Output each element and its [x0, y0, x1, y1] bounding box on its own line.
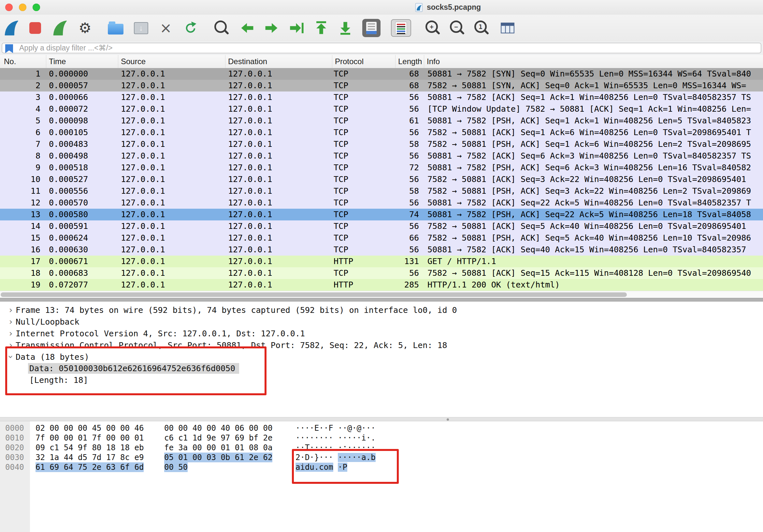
go-back-button[interactable]: [238, 19, 257, 37]
hex-row[interactable]: 000002 00 00 00 45 00 00 4600 00 40 00 4…: [0, 423, 763, 433]
traffic-light-zoom[interactable]: [33, 4, 40, 11]
packet-src: 127.0.0.1: [118, 185, 225, 197]
packet-row-3[interactable]: 30.000066127.0.0.1127.0.0.1TCP5650881 → …: [0, 91, 763, 103]
packet-row-7[interactable]: 70.000483127.0.0.1127.0.0.1TCP587582 → 5…: [0, 138, 763, 150]
go-forward-button[interactable]: [262, 19, 280, 37]
packet-dst: 127.0.0.1: [225, 256, 332, 267]
packet-row-4[interactable]: 40.000072127.0.0.1127.0.0.1TCP56[TCP Win…: [0, 103, 763, 115]
open-file-button[interactable]: [107, 19, 125, 37]
detail-line[interactable]: Data: 050100030b612e62616964752e636f6d00…: [0, 363, 763, 374]
hex-ascii[interactable]: ·P: [338, 463, 347, 472]
column-header-length[interactable]: Length: [395, 55, 424, 68]
disclosure-chevron[interactable]: ›: [6, 316, 16, 327]
capture-start-button[interactable]: [2, 19, 20, 37]
packet-row-17[interactable]: 170.000671127.0.0.1127.0.0.1HTTP131GET /…: [0, 256, 763, 267]
hex-ascii[interactable]: ·····a.b: [338, 453, 376, 462]
hex-ascii[interactable]: ··@·@···: [338, 424, 376, 433]
pane-splitter-top[interactable]: [0, 298, 763, 302]
detail-line[interactable]: [Length: 18]: [0, 374, 763, 386]
hex-ascii[interactable]: 2·D·}···: [295, 453, 333, 462]
hex-ascii[interactable]: ········: [295, 433, 333, 442]
pane-splitter-bottom[interactable]: [0, 417, 763, 421]
hex-row[interactable]: 003032 1a 44 d5 7d 17 8c e905 01 00 03 0…: [0, 453, 763, 462]
detail-line[interactable]: ›Frame 13: 74 bytes on wire (592 bits), …: [0, 304, 763, 316]
column-header-destination[interactable]: Destination: [225, 55, 332, 68]
packet-no: 18: [0, 267, 46, 279]
packet-row-16[interactable]: 160.000630127.0.0.1127.0.0.1TCP5650881 →…: [0, 244, 763, 256]
hex-ascii[interactable]: ·:······: [338, 443, 376, 452]
hex-bytes[interactable]: 02 00 00 00 45 00 00 46: [36, 423, 144, 433]
go-to-packet-button[interactable]: [288, 19, 306, 37]
hex-ascii-block: ····E··F ··@·@···: [295, 423, 376, 433]
hex-row[interactable]: 002009 c1 54 9f 80 18 18 ebfe 3a 00 00 0…: [0, 443, 763, 453]
capture-stop-button[interactable]: [26, 19, 44, 37]
resize-columns-button[interactable]: [498, 19, 517, 37]
hex-row[interactable]: 004061 69 64 75 2e 63 6f 6d00 50aidu.com…: [0, 462, 763, 472]
packet-row-9[interactable]: 90.000518127.0.0.1127.0.0.1TCP7250881 → …: [0, 162, 763, 174]
hex-bytes[interactable]: 00 00 40 00 40 06 00 00: [164, 423, 272, 433]
packet-row-14[interactable]: 140.000591127.0.0.1127.0.0.1TCP567582 → …: [0, 221, 763, 232]
column-header-protocol[interactable]: Protocol: [332, 55, 395, 68]
close-file-button[interactable]: ×: [157, 19, 175, 37]
disclosure-chevron[interactable]: ›: [6, 339, 16, 351]
save-file-button[interactable]: ↓: [132, 19, 150, 37]
detail-line[interactable]: ›Internet Protocol Version 4, Src: 127.0…: [0, 327, 763, 339]
hex-ascii[interactable]: aidu.com: [295, 463, 333, 472]
hex-bytes[interactable]: 61 69 64 75 2e 63 6f 6d: [36, 462, 144, 472]
horizontal-scrollbar[interactable]: [0, 291, 763, 298]
detail-line[interactable]: ›Transmission Control Protocol, Src Port…: [0, 339, 763, 351]
hex-bytes[interactable]: 32 1a 44 d5 7d 17 8c e9: [36, 453, 144, 462]
packet-row-13[interactable]: 130.000580127.0.0.1127.0.0.1TCP7450881 →…: [0, 209, 763, 221]
capture-options-button[interactable]: ⚙: [76, 19, 94, 37]
column-header-time[interactable]: Time: [46, 55, 118, 68]
colorize-packets-button[interactable]: [391, 19, 411, 37]
packet-src: 127.0.0.1: [118, 91, 225, 103]
hex-bytes[interactable]: fe 3a 00 00 01 01 08 0a: [164, 443, 272, 453]
packet-row-19[interactable]: 190.072077127.0.0.1127.0.0.1HTTP285HTTP/…: [0, 279, 763, 291]
packet-row-8[interactable]: 80.000498127.0.0.1127.0.0.1TCP5650881 → …: [0, 150, 763, 162]
hex-bytes[interactable]: 00 50: [164, 462, 188, 472]
go-first-button[interactable]: [312, 19, 330, 37]
detail-line[interactable]: ›Null/Loopback: [0, 316, 763, 327]
packet-row-2[interactable]: 20.000057127.0.0.1127.0.0.1TCP687582 → 5…: [0, 80, 763, 91]
hex-row[interactable]: 00107f 00 00 01 7f 00 00 01c6 c1 1d 9e 9…: [0, 433, 763, 443]
zoom-in-button[interactable]: +: [424, 19, 442, 37]
capture-restart-button[interactable]: [50, 19, 68, 37]
disclosure-chevron[interactable]: ›: [6, 327, 16, 339]
display-filter-input[interactable]: [2, 43, 761, 53]
packet-row-15[interactable]: 150.000624127.0.0.1127.0.0.1TCP667582 → …: [0, 232, 763, 244]
traffic-light-close[interactable]: [5, 4, 13, 11]
hex-bytes[interactable]: 05 01 00 03 0b 61 2e 62: [164, 453, 272, 462]
zoom-out-button[interactable]: −: [448, 19, 467, 37]
hex-bytes[interactable]: c6 c1 1d 9e 97 69 bf 2e: [164, 433, 272, 443]
zoom-reset-button[interactable]: 1: [473, 19, 491, 37]
packet-row-6[interactable]: 60.000105127.0.0.1127.0.0.1TCP567582 → 5…: [0, 127, 763, 138]
horizontal-scrollbar-thumb[interactable]: [1, 292, 627, 297]
disclosure-chevron[interactable]: ›: [5, 352, 17, 362]
traffic-light-minimize[interactable]: [19, 4, 26, 11]
column-header-no[interactable]: No.: [0, 55, 46, 68]
packet-row-5[interactable]: 50.000098127.0.0.1127.0.0.1TCP6150881 → …: [0, 115, 763, 127]
hex-bytes[interactable]: 09 c1 54 9f 80 18 18 eb: [36, 443, 144, 453]
packet-row-11[interactable]: 110.000556127.0.0.1127.0.0.1TCP587582 → …: [0, 185, 763, 197]
packet-info: 7582 → 50881 [ACK] Seq=1 Ack=6 Win=40825…: [424, 127, 763, 138]
packet-row-18[interactable]: 180.000683127.0.0.1127.0.0.1TCP567582 → …: [0, 267, 763, 279]
packet-row-12[interactable]: 120.000570127.0.0.1127.0.0.1TCP5650881 →…: [0, 197, 763, 209]
hex-ascii[interactable]: ·····i·.: [338, 433, 376, 442]
hex-bytes[interactable]: 7f 00 00 01 7f 00 00 01: [36, 433, 144, 443]
auto-scroll-button[interactable]: [362, 19, 381, 37]
packet-no: 6: [0, 127, 46, 138]
find-packet-button[interactable]: [213, 19, 231, 37]
disclosure-chevron[interactable]: ›: [6, 304, 16, 316]
reload-file-button[interactable]: [181, 19, 200, 37]
column-header-info[interactable]: Info: [424, 55, 763, 68]
packet-time: 0.000683: [46, 267, 118, 279]
packet-proto: TCP: [332, 115, 395, 127]
hex-ascii[interactable]: ····E··F: [295, 424, 333, 433]
detail-line[interactable]: ›Data (18 bytes): [0, 351, 763, 363]
hex-ascii[interactable]: ··T·····: [295, 443, 333, 452]
packet-row-1[interactable]: 10.000000127.0.0.1127.0.0.1TCP6850881 → …: [0, 68, 763, 80]
go-last-button[interactable]: [336, 19, 355, 37]
column-header-source[interactable]: Source: [118, 55, 225, 68]
packet-row-10[interactable]: 100.000527127.0.0.1127.0.0.1TCP567582 → …: [0, 174, 763, 185]
